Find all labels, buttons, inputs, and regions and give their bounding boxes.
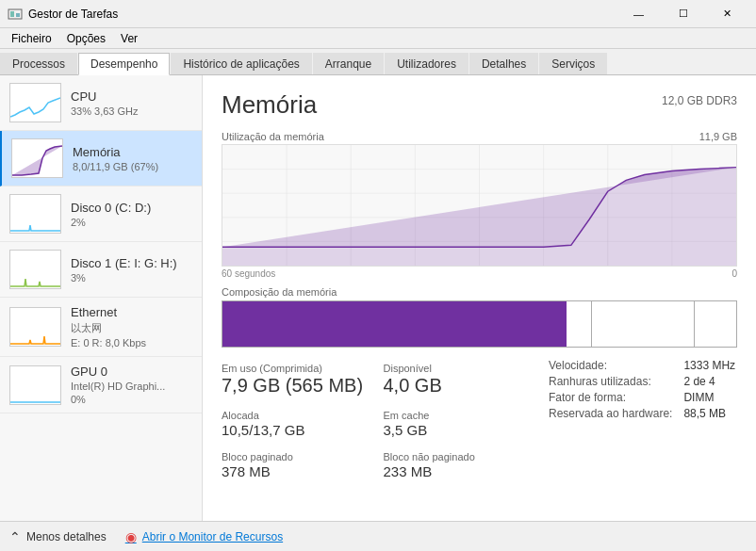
- cpu-mini-chart: [9, 83, 61, 122]
- graph-label-row: Utilização da memória 11,9 GB: [222, 131, 737, 142]
- stat-paged-label: Bloco paginado: [222, 451, 369, 462]
- cpu-info: CPU 33% 3,63 GHz: [71, 89, 192, 117]
- gpu0-label: GPU 0: [71, 365, 192, 379]
- composition-bar: [222, 300, 737, 348]
- ethernet-mini-chart: [9, 307, 61, 347]
- form-label: Fator de forma:: [549, 391, 672, 404]
- disk1-info: Disco 1 (E: I: G: H:) 3%: [71, 256, 192, 284]
- gpu0-mini-chart: [9, 365, 61, 405]
- maximize-button[interactable]: ☐: [662, 1, 704, 27]
- svg-rect-5: [10, 251, 60, 288]
- title-bar: Gestor de Tarefas — ☐ ✕: [0, 0, 756, 28]
- stat-in-use: Em uso (Comprimida) 7,9 GB (565 MB): [222, 359, 369, 400]
- main-area: CPU 33% 3,63 GHz Memória 8,0/11,9 GB (67…: [0, 75, 756, 521]
- content-area: Memória 12,0 GB DDR3 Utilização da memór…: [203, 75, 756, 521]
- slots-value: 2 de 4: [683, 375, 737, 388]
- gpu0-value2: 0%: [71, 394, 192, 405]
- disk1-value: 3%: [71, 272, 192, 284]
- cpu-value: 33% 3,63 GHz: [71, 105, 192, 117]
- disk0-mini-chart: [9, 194, 61, 234]
- stats-right: Velocidade: 1333 MHz Ranhuras utilizadas…: [530, 359, 737, 483]
- tab-servicos[interactable]: Serviços: [539, 53, 607, 74]
- disk1-label: Disco 1 (E: I: G: H:): [71, 256, 192, 270]
- app-icon: [8, 7, 23, 22]
- reserved-label: Reservada ao hardware:: [549, 407, 672, 420]
- stat-in-use-label: Em uso (Comprimida): [222, 363, 369, 374]
- form-value: DIMM: [683, 391, 737, 404]
- ethernet-info: Ethernet 以太网 E: 0 R: 8,0 Kbps: [71, 305, 192, 348]
- window-controls: — ☐ ✕: [617, 1, 748, 27]
- ethernet-value1: 以太网: [71, 321, 192, 335]
- less-details-label: Menos detalhes: [26, 530, 107, 543]
- svg-rect-6: [10, 308, 60, 346]
- composition-section: Composição da memória: [222, 286, 737, 348]
- tab-detalhes[interactable]: Detalhes: [469, 53, 538, 74]
- comp-modified: [567, 301, 592, 347]
- stats-left: Em uso (Comprimida) 7,9 GB (565 MB) Disp…: [222, 359, 530, 483]
- stat-allocated-label: Alocada: [222, 410, 369, 421]
- tab-processos[interactable]: Processos: [0, 53, 77, 74]
- stat-nonpaged-label: Bloco não paginado: [384, 451, 531, 462]
- menu-bar: Ficheiro Opções Ver: [0, 28, 756, 49]
- stat-nonpaged-value: 233 MB: [384, 463, 531, 479]
- memory-mini-chart: [11, 138, 63, 178]
- stat-available-value: 4,0 GB: [384, 375, 531, 397]
- stat-available: Disponível 4,0 GB: [384, 359, 531, 400]
- svg-rect-2: [16, 13, 20, 17]
- svg-rect-7: [10, 366, 60, 404]
- tab-desempenho[interactable]: Desempenho: [78, 53, 170, 75]
- memory-label: Memória: [73, 145, 192, 159]
- tab-utilizadores[interactable]: Utilizadores: [385, 53, 468, 74]
- tab-historico[interactable]: Histórico de aplicações: [171, 53, 311, 74]
- content-subtitle: 12,0 GB DDR3: [662, 94, 737, 107]
- stat-allocated: Alocada 10,5/13,7 GB: [222, 406, 369, 442]
- time-right: 0: [731, 268, 737, 279]
- less-details-button[interactable]: ⌃ Menos detalhes: [9, 529, 107, 544]
- sidebar: CPU 33% 3,63 GHz Memória 8,0/11,9 GB (67…: [0, 75, 203, 521]
- svg-rect-1: [10, 11, 14, 17]
- monitor-label: Abrir o Monitor de Recursos: [142, 530, 283, 543]
- menu-ver[interactable]: Ver: [113, 30, 145, 47]
- monitor-icon: ◉: [125, 529, 137, 544]
- menu-ficheiro[interactable]: Ficheiro: [4, 30, 59, 47]
- stat-paged: Bloco paginado 378 MB: [222, 447, 369, 483]
- stat-paged-value: 378 MB: [222, 463, 369, 479]
- content-title: Memória: [222, 90, 317, 120]
- menu-opcoes[interactable]: Opções: [59, 30, 113, 47]
- stat-allocated-value: 10,5/13,7 GB: [222, 422, 369, 438]
- stat-cache-label: Em cache: [384, 410, 531, 421]
- disk0-info: Disco 0 (C: D:) 2%: [71, 201, 192, 228]
- comp-in-use: [222, 301, 567, 347]
- memory-graph: [222, 144, 737, 267]
- memory-graph-section: Utilização da memória 11,9 GB: [222, 131, 737, 279]
- disk1-mini-chart: [9, 250, 61, 289]
- sidebar-item-gpu0[interactable]: GPU 0 Intel(R) HD Graphi... 0%: [0, 357, 202, 413]
- graph-top-value: 11,9 GB: [699, 131, 737, 142]
- memory-info: Memória 8,0/11,9 GB (67%): [73, 145, 192, 172]
- tab-arranque[interactable]: Arranque: [313, 53, 384, 74]
- close-button[interactable]: ✕: [706, 1, 748, 27]
- sidebar-item-disk0[interactable]: Disco 0 (C: D:) 2%: [0, 186, 202, 242]
- ethernet-value2: E: 0 R: 8,0 Kbps: [71, 337, 192, 348]
- tabs-bar: Processos Desempenho Histórico de aplica…: [0, 49, 756, 75]
- minimize-button[interactable]: —: [617, 1, 660, 27]
- ethernet-label: Ethernet: [71, 305, 192, 319]
- right-stats-grid: Velocidade: 1333 MHz Ranhuras utilizadas…: [530, 359, 737, 420]
- gpu0-info: GPU 0 Intel(R) HD Graphi... 0%: [71, 365, 192, 405]
- stats-bottom: Em uso (Comprimida) 7,9 GB (565 MB) Disp…: [222, 359, 737, 483]
- open-monitor-link[interactable]: ◉ Abrir o Monitor de Recursos: [125, 529, 283, 544]
- sidebar-item-cpu[interactable]: CPU 33% 3,63 GHz: [0, 75, 202, 131]
- reserved-value: 88,5 MB: [683, 407, 737, 420]
- bottom-bar: ⌃ Menos detalhes ◉ Abrir o Monitor de Re…: [0, 521, 756, 551]
- sidebar-item-disk1[interactable]: Disco 1 (E: I: G: H:) 3%: [0, 242, 202, 298]
- chevron-up-icon: ⌃: [9, 529, 21, 544]
- comp-free: [695, 301, 736, 347]
- window-title: Gestor de Tarefas: [28, 8, 617, 21]
- disk0-label: Disco 0 (C: D:): [71, 201, 192, 215]
- sidebar-item-ethernet[interactable]: Ethernet 以太网 E: 0 R: 8,0 Kbps: [0, 298, 202, 357]
- sidebar-item-memory[interactable]: Memória 8,0/11,9 GB (67%): [0, 131, 202, 186]
- stat-nonpaged: Bloco não paginado 233 MB: [384, 447, 531, 483]
- speed-label: Velocidade:: [549, 359, 672, 372]
- comp-standby: [592, 301, 695, 347]
- svg-rect-4: [10, 195, 60, 233]
